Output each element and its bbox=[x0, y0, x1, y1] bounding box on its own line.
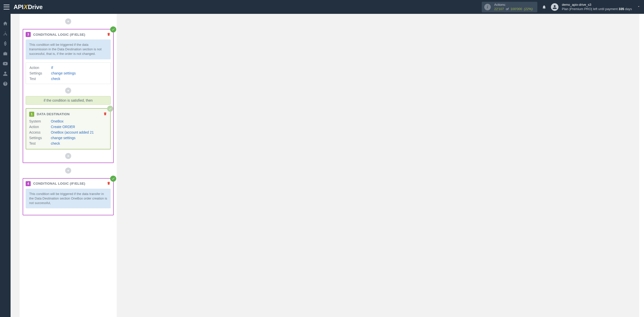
chevron-down-icon bbox=[637, 5, 640, 9]
actions-value: 22'107 of 100'000 (22%) bbox=[494, 7, 533, 11]
menu-toggle[interactable] bbox=[4, 5, 10, 10]
user-avatar-icon bbox=[551, 3, 558, 11]
actions-counter[interactable]: i Actions: 22'107 of 100'000 (22%) bbox=[482, 2, 537, 12]
app-logo[interactable]: APIXDrive bbox=[14, 4, 43, 11]
actions-label: Actions: bbox=[494, 3, 533, 7]
app-header: APIXDrive i Actions: 22'107 of 100'000 (… bbox=[0, 0, 644, 14]
info-icon: i bbox=[484, 4, 491, 10]
user-name: demo_apix-drive_s3 bbox=[562, 3, 632, 7]
user-menu[interactable]: demo_apix-drive_s3 Plan |Premium PRO| le… bbox=[551, 3, 640, 11]
user-plan: Plan |Premium PRO| left until payment 33… bbox=[562, 7, 632, 11]
notifications-bell-icon[interactable] bbox=[542, 5, 546, 9]
